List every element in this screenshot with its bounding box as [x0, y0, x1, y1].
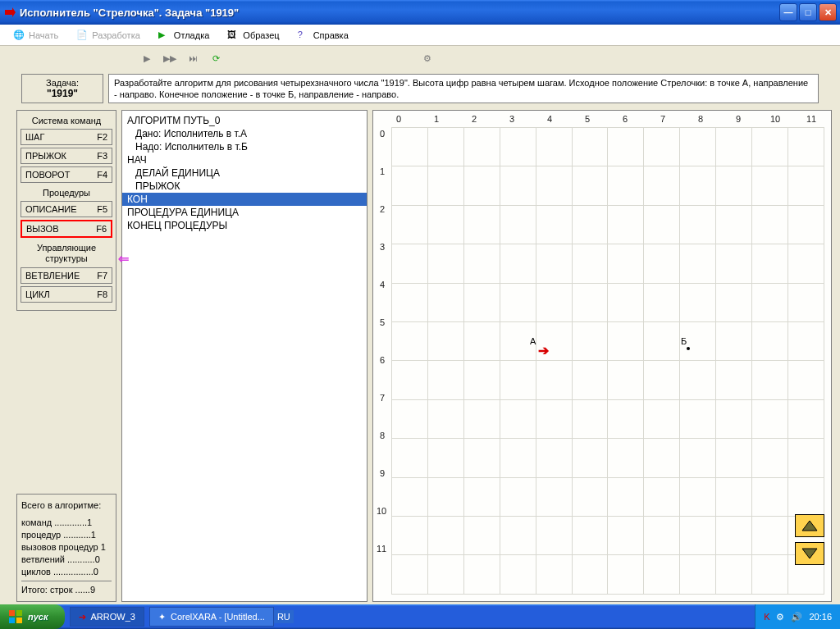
- y-axis-label: 1: [380, 166, 385, 176]
- windows-logo-icon: [8, 609, 23, 624]
- cmd-opisanie[interactable]: ОПИСАНИЕF5: [21, 201, 112, 217]
- x-axis-label: 8: [698, 114, 703, 124]
- tray-icon[interactable]: 🔊: [791, 612, 802, 622]
- menu-nachat[interactable]: 🌐Начать: [5, 26, 66, 44]
- svg-rect-4: [16, 610, 22, 616]
- window-titlebar: Исполнитель "Стрелочка". Задача "1919" —…: [0, 0, 840, 25]
- menu-razrabotka[interactable]: 📄Разработка: [68, 26, 148, 44]
- close-button[interactable]: ✕: [819, 3, 837, 21]
- tool-play[interactable]: ▶: [139, 51, 154, 66]
- arrow-icon: ➔: [79, 612, 86, 622]
- taskbar: пуск ➔ ARROW_3 ✦ CorelXARA - [Untitled..…: [0, 604, 840, 629]
- code-line[interactable]: ПРОЦЕДУРА ЕДИНИЦА: [122, 206, 367, 219]
- commands-panel: Система команд ШАГF2 ПРЫЖОКF3 ПОВОРОТF4 …: [16, 110, 116, 311]
- stats-line: команд .............1: [21, 517, 112, 529]
- svg-marker-1: [802, 521, 817, 531]
- cmd-shag[interactable]: ШАГF2: [21, 129, 112, 145]
- image-icon: 🖼: [227, 30, 239, 41]
- ctrl-header: Управляющие структуры: [21, 243, 112, 264]
- y-axis-label: 11: [377, 544, 386, 554]
- x-axis-label: 3: [509, 114, 514, 124]
- code-line[interactable]: АЛГОРИТМ ПУТЬ_0: [122, 114, 367, 127]
- language-indicator[interactable]: RU: [274, 610, 294, 623]
- minimize-button[interactable]: —: [779, 3, 797, 21]
- x-axis-label: 6: [623, 114, 628, 124]
- grid-table: [391, 127, 824, 595]
- task-label-1: Задача:: [24, 78, 101, 88]
- code-line[interactable]: НАЧ: [122, 153, 367, 166]
- code-line[interactable]: ПРЫЖОК: [122, 180, 367, 193]
- toolbar: ▶ ▶▶ ⏭ ⟳ ⚙: [0, 46, 840, 71]
- canvas-panel[interactable]: 0 1 2 3 4 5 6 7 8 9 10 11 0 1 2 3 4 5 6 …: [372, 110, 832, 602]
- taskbar-item-arrow3[interactable]: ➔ ARROW_3: [70, 607, 144, 627]
- executor-arrow-icon: ➔: [538, 343, 549, 358]
- stats-panel: Всего в алгоритме: команд .............1…: [16, 494, 116, 602]
- code-line[interactable]: Надо: Исполнитель в т.Б: [122, 140, 367, 153]
- menu-spravka[interactable]: ?Справка: [290, 26, 357, 44]
- menu-obrazec[interactable]: 🖼Образец: [219, 26, 287, 44]
- y-axis-label: 4: [380, 280, 385, 289]
- taskbar-item-corelxara[interactable]: ✦ CorelXARA - [Untitled...: [149, 607, 274, 627]
- y-axis-label: 6: [380, 355, 385, 365]
- tool-refresh[interactable]: ⟳: [208, 51, 223, 66]
- point-b-dot: [687, 347, 690, 350]
- nav-up-button[interactable]: [795, 514, 824, 537]
- code-line[interactable]: КОНЕЦ ПРОЦЕДУРЫ: [122, 219, 367, 232]
- code-line[interactable]: Дано: Исполнитель в т.А: [122, 127, 367, 140]
- window-title: Исполнитель "Стрелочка". Задача "1919": [20, 7, 779, 19]
- start-button[interactable]: пуск: [0, 604, 65, 629]
- cmd-vetvlenie[interactable]: ВЕТВЛЕНИЕF7: [21, 267, 112, 284]
- menu-otladka[interactable]: ▶Отладка: [150, 26, 217, 44]
- svg-marker-0: [5, 7, 16, 17]
- svg-rect-3: [9, 610, 15, 616]
- tray-clock[interactable]: 20:16: [809, 612, 832, 622]
- stats-line: вызовов процедур 1: [21, 541, 112, 554]
- cmd-povorot[interactable]: ПОВОРОТF4: [21, 166, 112, 183]
- y-axis-label: 10: [377, 506, 386, 516]
- code-line[interactable]: ДЕЛАЙ ЕДИНИЦА: [122, 166, 367, 180]
- grid-area[interactable]: [391, 127, 824, 595]
- commands-header: Система команд: [21, 116, 112, 125]
- code-panel[interactable]: АЛГОРИТМ ПУТЬ_0 Дано: Исполнитель в т.А …: [121, 110, 368, 602]
- stats-line: ветвлений ...........0: [21, 554, 112, 566]
- stats-line: процедур ...........1: [21, 529, 112, 541]
- play-icon: ▶: [158, 30, 170, 41]
- system-tray[interactable]: K ⚙ 🔊 20:16: [755, 604, 840, 629]
- svg-rect-5: [9, 618, 15, 623]
- tray-icon[interactable]: ⚙: [776, 612, 784, 622]
- x-axis-label: 0: [396, 114, 401, 124]
- x-axis-label: 4: [547, 114, 552, 124]
- x-axis-label: 2: [472, 114, 477, 124]
- tool-fff[interactable]: ⏭: [185, 51, 200, 66]
- x-axis-label: 1: [434, 114, 439, 124]
- tool-ff[interactable]: ▶▶: [162, 51, 177, 66]
- task-label-box: Задача: "1919": [21, 74, 103, 103]
- y-axis-label: 0: [380, 129, 385, 139]
- y-axis-label: 3: [380, 242, 385, 252]
- nav-down-button[interactable]: [795, 542, 824, 565]
- pointer-arrow-icon: ⇐: [118, 251, 129, 267]
- y-axis-label: 7: [380, 393, 385, 403]
- y-axis-label: 5: [380, 317, 385, 327]
- maximize-button[interactable]: □: [799, 3, 817, 21]
- point-a-label: А: [530, 336, 536, 346]
- y-axis-label: 2: [380, 204, 385, 214]
- cmd-cikl[interactable]: ЦИКЛF8: [21, 286, 112, 303]
- point-b-label: Б: [681, 336, 687, 346]
- help-icon: ?: [298, 30, 309, 41]
- proc-header: Процедуры: [21, 188, 112, 198]
- task-description: Разработайте алгоритм для рисования четы…: [108, 74, 819, 103]
- svg-rect-6: [16, 618, 22, 623]
- app-icon: [3, 6, 16, 19]
- y-axis-label: 9: [380, 468, 385, 478]
- stats-total: Итого: строк ......9: [21, 584, 112, 596]
- svg-marker-2: [802, 549, 817, 558]
- cmd-pryzhok[interactable]: ПРЫЖОКF3: [21, 148, 112, 164]
- x-axis-label: 9: [736, 114, 741, 124]
- tray-icon[interactable]: K: [764, 612, 769, 622]
- stats-title: Всего в алгоритме:: [21, 499, 112, 512]
- code-line-selected[interactable]: КОН: [122, 193, 367, 206]
- x-axis-label: 10: [770, 114, 780, 124]
- tool-misc[interactable]: ⚙: [420, 51, 435, 66]
- cmd-vyzov[interactable]: ВЫЗОВF6: [21, 220, 112, 238]
